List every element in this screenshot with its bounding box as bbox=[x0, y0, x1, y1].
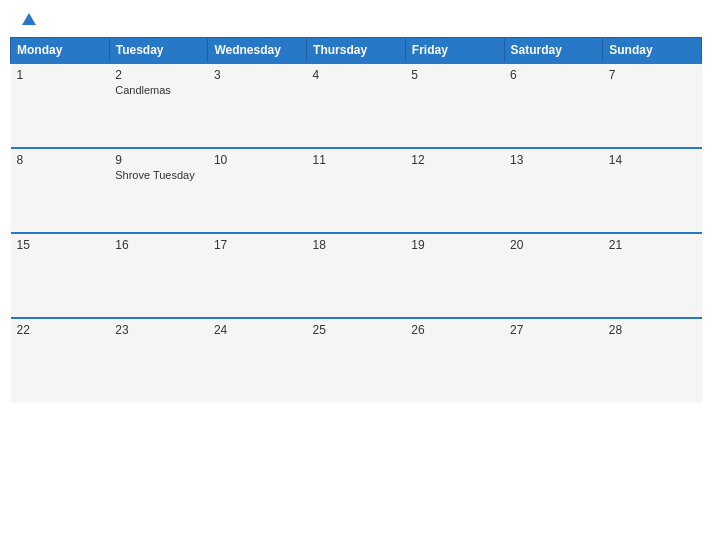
day-cell: 17 bbox=[208, 233, 307, 318]
event-name: Shrove Tuesday bbox=[115, 169, 202, 181]
day-number: 13 bbox=[510, 153, 597, 167]
day-number: 22 bbox=[17, 323, 104, 337]
day-number: 8 bbox=[17, 153, 104, 167]
day-number: 1 bbox=[17, 68, 104, 82]
day-number: 9 bbox=[115, 153, 202, 167]
day-cell: 10 bbox=[208, 148, 307, 233]
day-cell: 12 bbox=[405, 148, 504, 233]
day-number: 21 bbox=[609, 238, 696, 252]
day-number: 15 bbox=[17, 238, 104, 252]
day-cell: 1 bbox=[11, 63, 110, 148]
day-number: 20 bbox=[510, 238, 597, 252]
calendar-container: Monday Tuesday Wednesday Thursday Friday… bbox=[0, 0, 712, 550]
day-cell: 11 bbox=[307, 148, 406, 233]
day-number: 24 bbox=[214, 323, 301, 337]
day-number: 11 bbox=[313, 153, 400, 167]
day-cell: 4 bbox=[307, 63, 406, 148]
day-cell: 20 bbox=[504, 233, 603, 318]
day-number: 12 bbox=[411, 153, 498, 167]
logo-triangle-icon bbox=[22, 13, 36, 25]
header-friday: Friday bbox=[405, 38, 504, 64]
day-cell: 13 bbox=[504, 148, 603, 233]
logo bbox=[20, 15, 36, 27]
day-cell: 27 bbox=[504, 318, 603, 403]
day-number: 10 bbox=[214, 153, 301, 167]
day-number: 7 bbox=[609, 68, 696, 82]
header-monday: Monday bbox=[11, 38, 110, 64]
day-number: 3 bbox=[214, 68, 301, 82]
day-number: 17 bbox=[214, 238, 301, 252]
week-row-3: 15161718192021 bbox=[11, 233, 702, 318]
day-number: 18 bbox=[313, 238, 400, 252]
week-row-1: 12Candlemas34567 bbox=[11, 63, 702, 148]
day-number: 27 bbox=[510, 323, 597, 337]
day-cell: 23 bbox=[109, 318, 208, 403]
header-saturday: Saturday bbox=[504, 38, 603, 64]
day-number: 25 bbox=[313, 323, 400, 337]
day-cell: 28 bbox=[603, 318, 702, 403]
day-cell: 8 bbox=[11, 148, 110, 233]
day-number: 23 bbox=[115, 323, 202, 337]
calendar-table: Monday Tuesday Wednesday Thursday Friday… bbox=[10, 37, 702, 403]
week-row-4: 22232425262728 bbox=[11, 318, 702, 403]
day-cell: 14 bbox=[603, 148, 702, 233]
day-cell: 18 bbox=[307, 233, 406, 318]
calendar-header bbox=[10, 10, 702, 32]
day-number: 26 bbox=[411, 323, 498, 337]
header-wednesday: Wednesday bbox=[208, 38, 307, 64]
day-cell: 21 bbox=[603, 233, 702, 318]
day-number: 19 bbox=[411, 238, 498, 252]
day-cell: 9Shrove Tuesday bbox=[109, 148, 208, 233]
day-number: 28 bbox=[609, 323, 696, 337]
day-number: 14 bbox=[609, 153, 696, 167]
day-number: 6 bbox=[510, 68, 597, 82]
days-header-row: Monday Tuesday Wednesday Thursday Friday… bbox=[11, 38, 702, 64]
header-thursday: Thursday bbox=[307, 38, 406, 64]
day-cell: 16 bbox=[109, 233, 208, 318]
day-cell: 3 bbox=[208, 63, 307, 148]
day-cell: 19 bbox=[405, 233, 504, 318]
day-cell: 26 bbox=[405, 318, 504, 403]
day-number: 2 bbox=[115, 68, 202, 82]
day-cell: 15 bbox=[11, 233, 110, 318]
day-number: 4 bbox=[313, 68, 400, 82]
day-cell: 7 bbox=[603, 63, 702, 148]
day-number: 5 bbox=[411, 68, 498, 82]
header-tuesday: Tuesday bbox=[109, 38, 208, 64]
day-cell: 5 bbox=[405, 63, 504, 148]
week-row-2: 89Shrove Tuesday1011121314 bbox=[11, 148, 702, 233]
day-cell: 6 bbox=[504, 63, 603, 148]
day-cell: 24 bbox=[208, 318, 307, 403]
day-number: 16 bbox=[115, 238, 202, 252]
day-cell: 25 bbox=[307, 318, 406, 403]
day-cell: 2Candlemas bbox=[109, 63, 208, 148]
day-cell: 22 bbox=[11, 318, 110, 403]
header-sunday: Sunday bbox=[603, 38, 702, 64]
event-name: Candlemas bbox=[115, 84, 202, 96]
